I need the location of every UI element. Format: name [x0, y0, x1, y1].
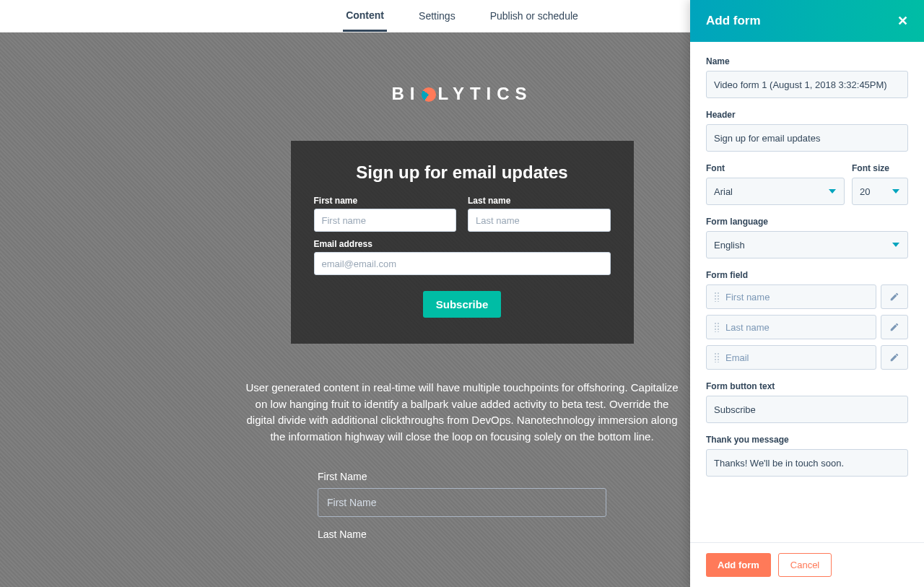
font-size-label: Font size — [852, 163, 908, 173]
form-field-item-label: Email — [725, 352, 749, 363]
first-name-input[interactable] — [314, 209, 457, 232]
pencil-icon — [889, 292, 899, 302]
cancel-button[interactable]: Cancel — [778, 553, 832, 577]
lower-first-name-input[interactable] — [318, 488, 606, 517]
form-field-item[interactable]: Last name — [706, 315, 876, 339]
last-name-input[interactable] — [468, 209, 611, 232]
edit-field-button[interactable] — [881, 284, 908, 309]
thanks-field[interactable] — [706, 449, 908, 477]
add-form-panel: Add form ✕ Name Header Font Arial Font s… — [690, 0, 924, 587]
font-label: Font — [706, 163, 845, 173]
panel-header: Add form ✕ — [690, 0, 924, 42]
lower-form: First Name Last Name — [318, 471, 606, 546]
button-text-label: Form button text — [706, 381, 908, 391]
form-field-label: Form field — [706, 270, 908, 280]
signup-form-card: Sign up for email updates First name Las… — [291, 141, 634, 344]
edit-field-button[interactable] — [881, 345, 908, 370]
form-field-item[interactable]: Email — [706, 345, 876, 370]
form-field-list: First name Last name Email — [706, 284, 908, 370]
lower-first-name-label: First Name — [318, 471, 606, 482]
last-name-label: Last name — [468, 196, 611, 206]
tab-publish[interactable]: Publish or schedule — [487, 1, 581, 30]
lang-label: Form language — [706, 217, 908, 227]
font-select[interactable]: Arial — [706, 178, 845, 205]
tab-content[interactable]: Content — [343, 1, 387, 32]
panel-body: Name Header Font Arial Font size 20 — [690, 42, 924, 542]
drag-handle-icon[interactable] — [714, 352, 720, 362]
logo-text: BILYTICS — [391, 84, 532, 104]
font-size-select[interactable]: 20 — [852, 178, 908, 205]
form-field-item-label: Last name — [725, 322, 770, 333]
logo-text-b: LYTICS — [437, 84, 532, 103]
name-label: Name — [706, 56, 908, 66]
form-field-item-label: First name — [725, 292, 770, 303]
lang-select[interactable]: English — [706, 231, 908, 258]
blurb-text: User generated content in real-time will… — [231, 380, 693, 445]
subscribe-button[interactable]: Subscribe — [423, 291, 502, 318]
drag-handle-icon[interactable] — [714, 292, 720, 302]
email-label: Email address — [314, 239, 611, 249]
lower-last-name-label: Last Name — [318, 529, 606, 540]
name-field[interactable] — [706, 71, 908, 98]
drag-handle-icon[interactable] — [714, 322, 720, 332]
logo-mark-icon — [422, 87, 436, 102]
logo-text-a: BI — [391, 84, 420, 103]
close-icon[interactable]: ✕ — [897, 13, 908, 29]
header-field[interactable] — [706, 124, 908, 152]
panel-footer: Add form Cancel — [690, 542, 924, 587]
first-name-label: First name — [314, 196, 457, 206]
button-text-field[interactable] — [706, 396, 908, 423]
email-input[interactable] — [314, 252, 611, 275]
add-form-button[interactable]: Add form — [706, 553, 771, 577]
pencil-icon — [889, 322, 899, 332]
form-field-item[interactable]: First name — [706, 284, 876, 309]
panel-title: Add form — [706, 14, 761, 28]
header-label: Header — [706, 110, 908, 120]
signup-heading: Sign up for email updates — [314, 162, 611, 183]
logo: BILYTICS — [368, 79, 556, 108]
thanks-label: Thank you message — [706, 435, 908, 445]
edit-field-button[interactable] — [881, 315, 908, 339]
pencil-icon — [889, 352, 899, 362]
tab-settings[interactable]: Settings — [416, 1, 458, 30]
